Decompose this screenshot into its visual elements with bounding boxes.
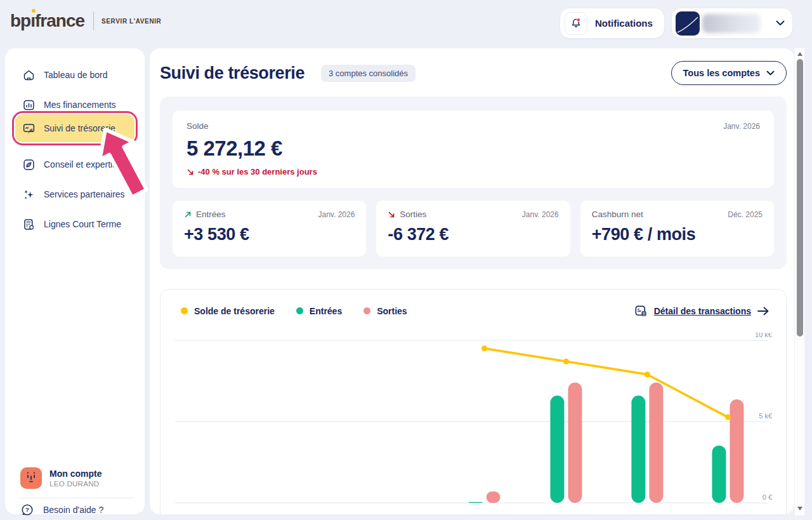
bell-icon [570, 17, 582, 30]
accounts-filter-button[interactable]: Tous les comptes [671, 61, 787, 85]
legend-dot-pink [363, 307, 370, 314]
account-selector[interactable] [671, 8, 793, 39]
legend-item-sorties: Sorties [363, 306, 407, 316]
cashburn-value: +790 € / mois [592, 225, 763, 244]
sorties-label: Sorties [400, 210, 426, 219]
sidebar-item-label: Suivi de trésorerie [44, 123, 115, 133]
cashflow-chart-card: Solde de trésorerie Entrées Sorties Déta… [160, 289, 787, 514]
entrees-period: Janv. 2026 [318, 210, 355, 219]
transactions-detail-label: Détail des transactions [654, 306, 751, 316]
user-avatar [20, 467, 42, 489]
sorties-value: -6 372 € [388, 225, 558, 244]
sorties-period: Janv. 2026 [522, 210, 559, 219]
cashburn-card: Cashburn net Déc. 2025 +790 € / mois [580, 201, 774, 257]
sidebar-item-tableau-de-bord[interactable]: Tableau de bord [15, 62, 134, 88]
top-header: bpıfrance SERVIR L'AVENIR Notifications [0, 0, 812, 48]
solde-value: 5 272,12 € [187, 137, 760, 161]
arrow-up-right-icon [184, 211, 192, 218]
bar-chart-icon [22, 98, 36, 112]
logo-divider [93, 11, 94, 30]
bpifrance-logo: bpıfrance SERVIR L'AVENIR [10, 11, 161, 31]
leaf-icon [22, 157, 36, 171]
help-icon: ? [20, 503, 34, 517]
solde-label: Solde [187, 121, 209, 131]
notifications-button[interactable]: Notifications [560, 8, 665, 39]
svg-text:0 €: 0 € [763, 493, 772, 501]
sidebar-item-services-partenaires[interactable]: Services partenaires [15, 182, 134, 207]
my-account-label: Mon compte [49, 469, 102, 479]
sidebar: Tableau de bord Mes financements Suivi d… [5, 48, 145, 514]
arrow-down-right-icon [388, 211, 395, 218]
help-link[interactable]: ? Besoin d'aide ? [20, 503, 103, 517]
bell-icon-box [565, 12, 587, 35]
notifications-label: Notifications [595, 18, 653, 29]
home-icon [22, 68, 36, 82]
summary-section: Solde Janv. 2026 5 272,12 € -40 % sur le… [160, 97, 787, 269]
receipt-icon [634, 303, 648, 318]
cashburn-period: Déc. 2025 [728, 210, 763, 219]
legend-dot-yellow [181, 307, 188, 314]
accounts-filter-label: Tous les comptes [683, 68, 760, 78]
sorties-card: Sorties Janv. 2026 -6 372 € [376, 201, 570, 257]
sidebar-item-conseil-et-expertise[interactable]: Conseil et expertise [15, 152, 134, 177]
logo-tagline: SERVIR L'AVENIR [102, 18, 161, 25]
sidebar-item-label: Tableau de bord [44, 70, 107, 80]
cashburn-label: Cashburn net [592, 210, 643, 219]
svg-text:5 k€: 5 k€ [759, 412, 772, 420]
solde-period: Janv. 2026 [723, 122, 760, 131]
entrees-card: Entrées Janv. 2026 +3 530 € [173, 201, 366, 257]
consolidated-accounts-badge: 3 comptes consolidés [321, 65, 416, 82]
sidebar-item-suivi-de-tresorerie[interactable]: Suivi de trésorerie [15, 114, 134, 142]
solde-card: Solde Janv. 2026 5 272,12 € -40 % sur le… [173, 110, 774, 188]
sidebar-divider [20, 498, 134, 498]
sidebar-item-mes-financements[interactable]: Mes financements [15, 92, 134, 117]
legend-item-solde: Solde de trésorerie [181, 306, 275, 316]
chevron-down-icon [766, 70, 775, 76]
sidebar-item-label: Conseil et expertise [44, 159, 122, 170]
cashflow-chart[interactable]: 10 k€5 k€0 € [175, 333, 775, 512]
legend-dot-green [296, 307, 303, 314]
calculator-icon [22, 217, 36, 231]
arrow-right-icon [757, 307, 769, 316]
help-label: Besoin d'aide ? [43, 505, 103, 515]
scroll-thumb[interactable] [797, 59, 803, 337]
arrow-down-right-icon [187, 168, 194, 176]
company-avatar [676, 11, 700, 36]
sidebar-item-label: Mes financements [44, 100, 116, 110]
svg-text:?: ? [25, 506, 29, 513]
cash-monitor-icon [22, 121, 36, 135]
entrees-value: +3 530 € [184, 225, 355, 244]
solde-trend-text: -40 % sur les 30 derniers jours [198, 167, 317, 177]
vertical-scrollbar[interactable] [794, 48, 804, 516]
legend-item-entrees: Entrées [296, 306, 342, 316]
sparkles-icon [22, 187, 36, 201]
entrees-label: Entrées [196, 210, 226, 219]
main-panel: Suivi de trésorerie 3 comptes consolidés… [150, 48, 794, 514]
account-name-redacted [702, 14, 761, 33]
logo-wordmark: bpıfrance [10, 11, 84, 31]
sidebar-my-account[interactable]: Mon compte LEO DURAND [20, 467, 102, 489]
page-title: Suivi de trésorerie [160, 63, 304, 83]
user-name: LEO DURAND [49, 480, 102, 488]
scroll-up-arrow[interactable] [797, 52, 802, 56]
chevron-down-icon [776, 20, 785, 26]
svg-text:10 k€: 10 k€ [755, 333, 772, 338]
sidebar-item-label: Services partenaires [44, 189, 125, 199]
scroll-down-arrow[interactable] [797, 507, 802, 510]
transactions-detail-link[interactable]: Détail des transactions [634, 303, 769, 318]
sidebar-item-lignes-court-terme[interactable]: Lignes Court Terme [15, 211, 134, 237]
sidebar-item-label: Lignes Court Terme [44, 219, 121, 229]
